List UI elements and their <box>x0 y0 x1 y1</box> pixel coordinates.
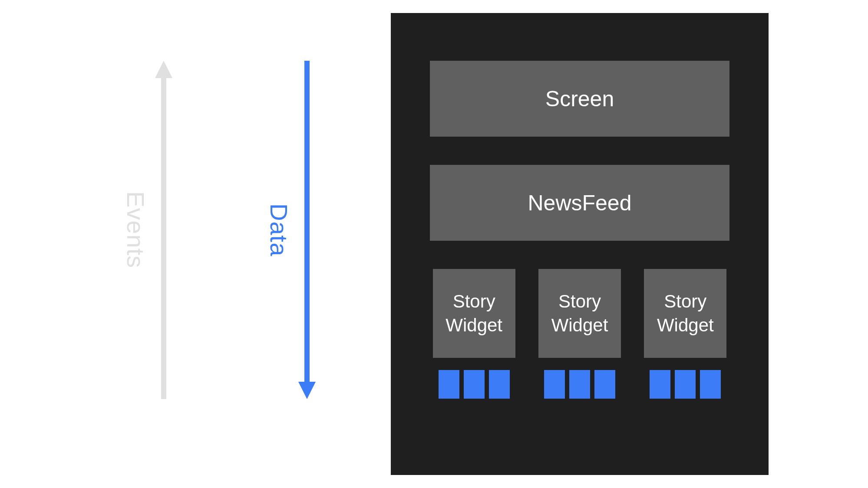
story-widget-box: Story Widget <box>644 269 726 358</box>
svg-marker-0 <box>155 61 172 399</box>
chip <box>544 370 565 399</box>
arrow-up-icon <box>155 61 172 399</box>
diagram-root: Events Data Screen NewsFeed Story Widget <box>13 13 855 475</box>
chip <box>650 370 670 399</box>
chip-group <box>544 370 615 399</box>
chip <box>569 370 590 399</box>
chip-group <box>439 370 510 399</box>
widget-column: Story Widget <box>535 269 624 399</box>
chip <box>594 370 615 399</box>
chip <box>439 370 459 399</box>
story-widget-label-line1: Story <box>664 290 706 314</box>
widget-column: Story Widget <box>430 269 518 399</box>
story-widget-box: Story Widget <box>538 269 621 358</box>
arrow-down-icon <box>298 61 316 399</box>
chip <box>489 370 510 399</box>
data-arrow-label: Data <box>265 203 293 256</box>
story-widget-box: Story Widget <box>433 269 515 358</box>
story-widget-label-line2: Widget <box>657 314 714 337</box>
events-arrow-group: Events <box>122 61 172 399</box>
data-arrow-group: Data <box>265 61 316 399</box>
hierarchy-panel: Screen NewsFeed Story Widget Story <box>391 13 769 475</box>
events-arrow-label: Events <box>122 191 150 268</box>
widgets-row: Story Widget Story Widget <box>430 269 729 399</box>
screen-box: Screen <box>430 61 729 137</box>
svg-marker-1 <box>298 61 316 399</box>
story-widget-label-line1: Story <box>558 290 601 314</box>
chip <box>464 370 485 399</box>
story-widget-label-line2: Widget <box>551 314 608 337</box>
widget-column: Story Widget <box>641 269 729 399</box>
chip <box>700 370 721 399</box>
chip <box>675 370 696 399</box>
arrows-panel: Events Data <box>13 13 391 475</box>
story-widget-label-line1: Story <box>453 290 495 314</box>
newsfeed-label: NewsFeed <box>528 190 632 216</box>
story-widget-label-line2: Widget <box>446 314 502 337</box>
screen-label: Screen <box>545 86 614 111</box>
chip-group <box>650 370 721 399</box>
newsfeed-box: NewsFeed <box>430 165 729 241</box>
